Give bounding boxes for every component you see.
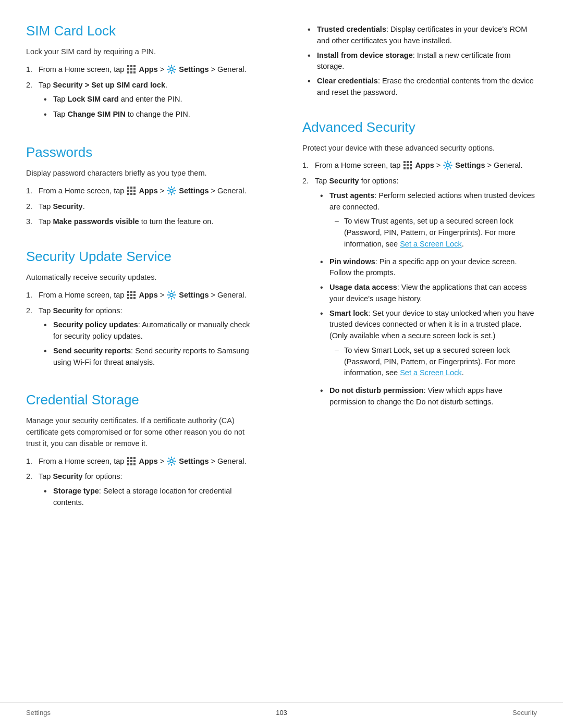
- apps-icon: [127, 65, 136, 74]
- step-content: Tap Make passwords visible to turn the f…: [39, 216, 261, 228]
- bullet-item: • Trust agents: Perform selected actions…: [320, 190, 537, 253]
- bullet-item: • Smart lock: Set your device to stay un…: [320, 308, 537, 382]
- page: SIM Card Lock Lock your SIM card by requ…: [0, 0, 563, 728]
- step-item: 2. Tap Security for options: • Security …: [26, 305, 261, 372]
- step-num: 1.: [302, 160, 315, 171]
- step-item: 1. From a Home screen, tap: [26, 64, 261, 76]
- svg-rect-13: [127, 190, 129, 192]
- step-content: From a Home screen, tap: [39, 186, 261, 197]
- svg-rect-41: [407, 161, 409, 163]
- advanced-security-desc: Protect your device with these advanced …: [302, 143, 537, 154]
- settings-icon: [167, 456, 176, 466]
- svg-rect-0: [127, 65, 129, 67]
- section-credential-storage: Credential Storage Manage your security …: [26, 390, 261, 511]
- bullet-text: Pin windows: Pin a specific app on your …: [329, 256, 537, 279]
- sub-bullet-text: To view Smart Lock, set up a secured scr…: [344, 345, 537, 379]
- bullet-icon: •: [320, 282, 329, 305]
- footer: Settings 103 Security: [0, 702, 563, 729]
- bullet-text: Clear credentials: Erase the credential …: [317, 76, 537, 98]
- svg-rect-7: [130, 71, 132, 73]
- svg-rect-35: [133, 460, 136, 462]
- security-update-steps: 1. From a Home screen, tap: [26, 290, 261, 372]
- settings-icon: [443, 161, 452, 170]
- step-content: Tap Security for options: • Trust agents…: [315, 176, 537, 411]
- bullet-icon: •: [308, 76, 317, 98]
- svg-rect-23: [127, 294, 129, 296]
- bullet-text: Send security reports: Send security rep…: [53, 346, 261, 368]
- set-screen-lock-link-2[interactable]: Set a Screen Lock: [400, 368, 462, 377]
- bullet-text: Install from device storage: Install a n…: [317, 50, 537, 73]
- step-item: 1. From a Home screen, tap: [302, 160, 537, 171]
- step-num: 1.: [26, 456, 39, 467]
- step-item: 2. Tap Security for options: • Storage t…: [26, 471, 261, 511]
- sim-card-lock-title: SIM Card Lock: [26, 21, 261, 41]
- svg-rect-45: [410, 164, 412, 166]
- footer-left: Settings: [26, 708, 51, 718]
- svg-rect-4: [130, 68, 132, 70]
- svg-point-39: [170, 460, 173, 463]
- svg-rect-15: [133, 190, 136, 192]
- svg-rect-30: [127, 457, 129, 459]
- bullet-icon: •: [320, 190, 329, 253]
- svg-rect-40: [403, 161, 406, 163]
- svg-rect-38: [133, 463, 136, 465]
- bullet-icon: •: [320, 385, 329, 408]
- trust-agents-sub: – To view Trust agents, set up a secured…: [335, 216, 537, 250]
- credential-storage-steps: 1. From a Home screen, tap: [26, 456, 261, 512]
- svg-rect-28: [133, 297, 136, 299]
- apps-icon: [127, 290, 136, 300]
- svg-rect-47: [407, 167, 409, 169]
- bullet-icon: •: [320, 256, 329, 279]
- apps-label: Apps: [139, 65, 157, 73]
- security-update-title: Security Update Service: [26, 246, 261, 267]
- bullet-icon: •: [320, 308, 329, 382]
- svg-rect-34: [130, 460, 132, 462]
- credential-storage-desc: Manage your security certificates. If a …: [26, 415, 261, 449]
- svg-rect-5: [133, 68, 136, 70]
- svg-rect-44: [407, 164, 409, 166]
- step-content: Tap Security.: [39, 201, 261, 213]
- svg-rect-20: [127, 291, 129, 293]
- apps-icon: [403, 161, 412, 170]
- bullet-icon: •: [44, 319, 53, 342]
- sub-bullet-text: To view Trust agents, set up a secured s…: [344, 216, 537, 250]
- dash-icon: –: [335, 345, 344, 379]
- svg-rect-32: [133, 457, 136, 459]
- svg-rect-18: [133, 193, 136, 195]
- svg-rect-42: [410, 161, 412, 163]
- set-screen-lock-link[interactable]: Set a Screen Lock: [400, 240, 462, 248]
- sub-bullet-item: – To view Smart Lock, set up a secured s…: [335, 345, 537, 379]
- step-content: From a Home screen, tap: [315, 160, 537, 171]
- svg-rect-22: [133, 291, 136, 293]
- svg-rect-26: [127, 297, 129, 299]
- advanced-security-title: Advanced Security: [302, 117, 537, 138]
- left-column: SIM Card Lock Lock your SIM card by requ…: [26, 21, 271, 660]
- svg-rect-25: [133, 294, 136, 296]
- svg-point-49: [446, 164, 449, 167]
- bullet-text: Smart lock: Set your device to stay unlo…: [329, 308, 537, 382]
- bullet-item: • Do not disturb permission: View which …: [320, 385, 537, 408]
- footer-page-num: 103: [276, 708, 287, 718]
- section-advanced-security: Advanced Security Protect your device wi…: [302, 117, 537, 411]
- bullet-item: • Tap Change SIM PIN to change the PIN.: [44, 109, 261, 120]
- credential-storage-bullets: • Storage type: Select a storage locatio…: [44, 486, 261, 509]
- step-item: 2. Tap Security > Set up SIM card lock. …: [26, 80, 261, 124]
- step-num: 2.: [26, 80, 39, 124]
- bullet-text: Do not disturb permission: View which ap…: [329, 385, 537, 408]
- step-item: 1. From a Home screen, tap: [26, 290, 261, 301]
- settings-icon: [167, 186, 176, 195]
- svg-rect-37: [130, 463, 132, 465]
- svg-rect-21: [130, 291, 132, 293]
- dash-icon: –: [335, 216, 344, 250]
- svg-rect-17: [130, 193, 132, 195]
- svg-point-29: [170, 293, 173, 297]
- svg-rect-1: [130, 65, 132, 67]
- svg-rect-36: [127, 463, 129, 465]
- bullet-text: Storage type: Select a storage location …: [53, 486, 261, 509]
- svg-rect-2: [133, 65, 136, 67]
- apps-icon: [127, 186, 136, 195]
- step-num: 1.: [26, 64, 39, 76]
- content-area: SIM Card Lock Lock your SIM card by requ…: [0, 0, 563, 702]
- settings-label: Settings: [179, 65, 209, 73]
- bullet-icon: •: [44, 486, 53, 509]
